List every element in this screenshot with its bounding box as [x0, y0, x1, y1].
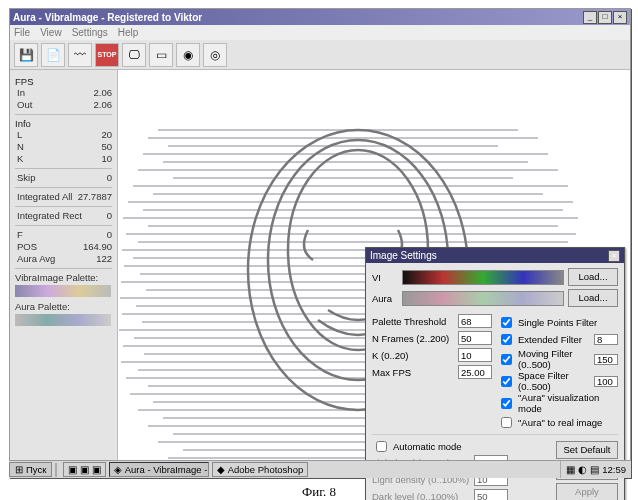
skip-label: Skip	[17, 172, 35, 184]
l-value: 20	[101, 129, 112, 141]
aura-palette[interactable]	[15, 314, 111, 326]
maximize-button[interactable]: □	[598, 11, 612, 24]
figure-caption: Фиг. 8	[0, 484, 638, 500]
vibra-palette-label: VibraImage Palette:	[15, 272, 112, 283]
info-header: Info	[15, 118, 112, 129]
n-value: 50	[101, 141, 112, 153]
minimize-button[interactable]: _	[583, 11, 597, 24]
integrated-all-value: 27.7887	[78, 191, 112, 203]
tray-icon[interactable]: ▤	[590, 464, 599, 475]
nframes-label: N Frames (2..200)	[372, 333, 454, 344]
task-aura-label: Aura - VibraImage - R...	[125, 464, 209, 475]
target-icon[interactable]: ◎	[203, 43, 227, 67]
wave-icon[interactable]: 〰	[68, 43, 92, 67]
menu-settings[interactable]: Settings	[72, 27, 108, 38]
moving-filter-input[interactable]	[594, 354, 618, 365]
aura-palette-swatch[interactable]	[402, 291, 564, 306]
save-icon[interactable]: 💾	[14, 43, 38, 67]
aura-vis-label: "Aura" visualization mode	[518, 392, 618, 414]
n-label: N	[17, 141, 24, 153]
windows-icon: ⊞	[15, 464, 23, 475]
tray-icon[interactable]: ▦	[566, 464, 575, 475]
skip-value: 0	[107, 172, 112, 184]
space-filter-label: Space Filter (0..500)	[518, 370, 591, 392]
system-tray: ▦ ◐ ▤ 12:59	[560, 461, 631, 478]
extended-filter-input[interactable]	[594, 334, 618, 345]
aura-avg-label: Aura Avg	[17, 253, 55, 265]
in-label: In	[17, 87, 25, 99]
dialog-title-bar: Image Settings ×	[366, 248, 624, 263]
extended-filter-label: Extended Filter	[518, 334, 582, 345]
integrated-rect-label: Integrated Rect	[17, 210, 82, 222]
moving-filter-label: Moving Filter (0..500)	[518, 348, 591, 370]
taskbar: ⊞ Пуск ▣ ▣ ▣ ◈Aura - VibraImage - R... ◆…	[9, 460, 631, 478]
task-photoshop-label: Adobe Photoshop	[228, 464, 304, 475]
integrated-all-label: Integrated All	[17, 191, 72, 203]
toolbar: 💾 📄 〰 STOP 🖵 ▭ ◉ ◎	[10, 40, 630, 70]
stamp-icon[interactable]: ◉	[176, 43, 200, 67]
integrated-rect-value: 0	[107, 210, 112, 222]
start-label: Пуск	[26, 464, 46, 475]
auto-mode-label: Automatic mode	[393, 441, 462, 452]
maxfps-label: Max FPS	[372, 367, 454, 378]
single-points-checkbox[interactable]	[501, 317, 512, 328]
title-bar: Aura - VibraImage - Registered to Viktor…	[10, 9, 630, 25]
out-value: 2.06	[94, 99, 113, 111]
menu-view[interactable]: View	[40, 27, 62, 38]
dialog-title: Image Settings	[370, 250, 437, 261]
k-input[interactable]	[458, 348, 492, 362]
vibra-palette[interactable]	[15, 285, 111, 297]
clock: 12:59	[602, 464, 626, 475]
space-filter-checkbox[interactable]	[501, 376, 512, 387]
monitor-icon[interactable]: 🖵	[122, 43, 146, 67]
aura-avg-value: 122	[96, 253, 112, 265]
window-title: Aura - VibraImage - Registered to Viktor	[13, 12, 582, 23]
f-label: F	[17, 229, 23, 241]
vi-palette-swatch[interactable]	[402, 270, 564, 285]
nframes-input[interactable]	[458, 331, 492, 345]
task-aura[interactable]: ◈Aura - VibraImage - R...	[109, 462, 209, 477]
close-button[interactable]: ×	[613, 11, 627, 24]
task-photoshop[interactable]: ◆Adobe Photoshop	[212, 462, 309, 477]
menu-bar: File View Settings Help	[10, 25, 630, 40]
auto-mode-checkbox[interactable]	[376, 441, 387, 452]
quicklaunch[interactable]: ▣ ▣ ▣	[63, 462, 105, 477]
pos-label: POS	[17, 241, 37, 253]
aura-vis-checkbox[interactable]	[501, 398, 512, 409]
palette-threshold-label: Palette Threshold	[372, 316, 454, 327]
l-label: L	[17, 129, 22, 141]
sidebar: FPS In2.06 Out2.06 Info L20 N50 K10 Skip…	[10, 70, 118, 477]
aura-real-label: "Aura" to real image	[518, 417, 602, 428]
aura-load-button[interactable]: Load...	[568, 289, 618, 307]
moving-filter-checkbox[interactable]	[501, 354, 512, 365]
out-label: Out	[17, 99, 32, 111]
menu-file[interactable]: File	[14, 27, 30, 38]
stop-icon[interactable]: STOP	[95, 43, 119, 67]
space-filter-input[interactable]	[594, 376, 618, 387]
card-icon[interactable]: ▭	[149, 43, 173, 67]
f-value: 0	[107, 229, 112, 241]
vi-label: VI	[372, 272, 398, 283]
aura-real-checkbox[interactable]	[501, 417, 512, 428]
aura-palette-label: Aura Palette:	[15, 301, 112, 312]
single-points-label: Single Points Filter	[518, 317, 597, 328]
k-value: 10	[101, 153, 112, 165]
extended-filter-checkbox[interactable]	[501, 334, 512, 345]
k-label: K	[17, 153, 23, 165]
in-value: 2.06	[94, 87, 113, 99]
pos-value: 164.90	[83, 241, 112, 253]
k-label: K (0..20)	[372, 350, 454, 361]
aura-label: Aura	[372, 293, 398, 304]
vi-load-button[interactable]: Load...	[568, 268, 618, 286]
menu-help[interactable]: Help	[118, 27, 139, 38]
set-default-button[interactable]: Set Default	[556, 441, 618, 459]
tray-icon[interactable]: ◐	[578, 464, 587, 475]
palette-threshold-input[interactable]	[458, 314, 492, 328]
fps-header: FPS	[15, 76, 112, 87]
text-icon[interactable]: 📄	[41, 43, 65, 67]
maxfps-input[interactable]	[458, 365, 492, 379]
start-button[interactable]: ⊞ Пуск	[9, 462, 52, 477]
dialog-close-button[interactable]: ×	[608, 250, 620, 262]
